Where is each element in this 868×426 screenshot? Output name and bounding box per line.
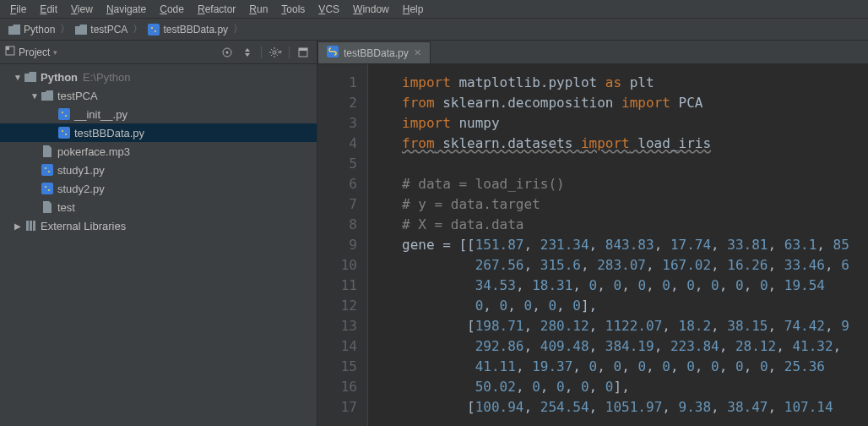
close-icon[interactable]: ✕ [414, 47, 421, 58]
code-line[interactable]: 34.53, 18.31, 0, 0, 0, 0, 0, 0, 0, 0, 19… [402, 276, 868, 296]
svg-rect-10 [58, 108, 70, 120]
menu-file[interactable]: File [3, 2, 33, 17]
project-tree[interactable]: ▼PythonE:\Python▼testPCA__init__.pytestB… [0, 64, 317, 426]
code-line[interactable]: from sklearn.datasets import load_iris [402, 134, 868, 154]
line-number: 13 [317, 316, 357, 336]
code-content[interactable]: import matplotlib.pyplot as pltfrom skle… [368, 64, 868, 426]
tree-item-python[interactable]: ▼PythonE:\Python [0, 68, 317, 86]
folder-icon [8, 25, 20, 35]
toolbar-separator [261, 46, 262, 58]
code-line[interactable]: from sklearn.decomposition import PCA [402, 93, 868, 113]
code-line[interactable]: 0, 0, 0, 0, 0], [402, 296, 868, 316]
breadcrumb-label: Python [24, 24, 55, 36]
code-line[interactable]: 267.56, 315.6, 283.07, 167.02, 16.26, 33… [402, 255, 868, 276]
breadcrumb-testbbdata-py[interactable]: testBBData.py [144, 22, 231, 37]
gear-icon[interactable]: ▾ [267, 44, 284, 61]
svg-rect-24 [33, 221, 35, 231]
tree-item-testbbdata-py[interactable]: testBBData.py [0, 123, 317, 142]
line-number: 2 [317, 93, 357, 113]
code-line[interactable]: [198.71, 280.12, 1122.07, 18.2, 38.15, 7… [402, 316, 868, 336]
menu-tools[interactable]: Tools [274, 2, 312, 17]
svg-point-15 [65, 134, 67, 135]
folder-icon [75, 25, 87, 35]
breadcrumb-python[interactable]: Python [5, 22, 58, 37]
editor-tab-label: testBBData.py [344, 47, 409, 59]
line-number: 7 [317, 194, 357, 215]
line-number: 9 [317, 235, 357, 255]
project-icon [5, 46, 15, 58]
tree-label: __init__.py [74, 108, 127, 121]
tree-path: E:\Python [83, 71, 130, 84]
tree-item-external-libraries[interactable]: ▶External Libraries [0, 216, 317, 235]
chevron-down-icon[interactable]: ▼ [29, 91, 41, 101]
code-line[interactable]: import matplotlib.pyplot as plt [402, 73, 868, 93]
tree-item-testpca[interactable]: ▼testPCA [0, 86, 317, 105]
folder-icon [41, 90, 54, 101]
collapse-icon[interactable] [295, 44, 312, 61]
pyfile-icon [57, 108, 71, 120]
code-editor[interactable]: 1234567891011121314151617 import matplot… [317, 64, 868, 426]
tree-item-pokerface-mp3[interactable]: pokerface.mp3 [0, 142, 317, 161]
line-number: 12 [317, 296, 357, 316]
main-area: Project ▾ ▾ [0, 41, 868, 426]
svg-point-2 [155, 30, 156, 32]
tree-item-study1-py[interactable]: study1.py [0, 161, 317, 179]
code-line[interactable]: gene = [[151.87, 231.34, 843.83, 17.74, … [402, 235, 868, 255]
code-line[interactable]: 41.11, 19.37, 0, 0, 0, 0, 0, 0, 0, 0, 25… [402, 357, 868, 377]
code-line[interactable] [402, 154, 868, 174]
dropdown-arrow-icon[interactable]: ▾ [53, 48, 57, 57]
toolbar-separator-2 [289, 46, 290, 58]
svg-rect-19 [41, 183, 53, 194]
svg-point-17 [45, 167, 46, 169]
menu-help[interactable]: Help [396, 2, 431, 17]
autoscroll-icon[interactable] [239, 44, 256, 61]
tree-label: External Libraries [41, 220, 126, 232]
svg-point-6 [226, 51, 229, 53]
code-line[interactable]: # data = load_iris() [402, 174, 868, 194]
breadcrumb-testpca[interactable]: testPCA [72, 22, 131, 37]
code-line[interactable]: import numpy [402, 113, 868, 134]
menu-window[interactable]: Window [346, 2, 396, 17]
target-icon[interactable] [219, 44, 236, 61]
tree-item-test[interactable]: test [0, 198, 317, 216]
project-header: Project ▾ ▾ [0, 41, 317, 64]
editor-tab-active[interactable]: testBBData.py ✕ [317, 41, 431, 63]
svg-point-12 [65, 115, 67, 117]
code-line[interactable]: # X = data.data [402, 215, 868, 235]
pyfile-icon [57, 127, 71, 139]
tree-item-__init__-py[interactable]: __init__.py [0, 105, 317, 123]
file-icon [41, 201, 54, 213]
svg-rect-9 [299, 48, 307, 51]
project-toolbar: ▾ [219, 44, 312, 61]
svg-rect-4 [6, 46, 9, 50]
line-gutter: 1234567891011121314151617 [317, 64, 368, 426]
code-line[interactable]: [100.94, 254.54, 1051.97, 9.38, 38.47, 1… [402, 397, 868, 418]
code-line[interactable]: 292.86, 409.48, 384.19, 223.84, 28.12, 4… [402, 336, 868, 357]
tree-label: Python [41, 71, 78, 84]
menu-edit[interactable]: Edit [33, 2, 64, 17]
tree-item-study2-py[interactable]: study2.py [0, 179, 317, 198]
line-number: 8 [317, 215, 357, 235]
project-title-label: Project [19, 46, 50, 58]
line-number: 11 [317, 276, 357, 296]
svg-point-7 [273, 51, 276, 54]
editor-area: testBBData.py ✕ 123456789101112131415161… [317, 41, 868, 426]
menu-vcs[interactable]: VCS [312, 2, 346, 17]
menu-view[interactable]: View [64, 2, 100, 17]
breadcrumb-label: testBBData.py [163, 24, 228, 36]
line-number: 17 [317, 397, 357, 418]
project-title-group[interactable]: Project ▾ [5, 46, 219, 58]
chevron-down-icon[interactable]: ▼ [12, 73, 24, 82]
code-line[interactable]: 50.02, 0, 0, 0, 0], [402, 377, 868, 397]
chevron-right-icon: 〉 [131, 22, 144, 36]
menu-navigate[interactable]: Navigate [100, 2, 153, 17]
line-number: 16 [317, 377, 357, 397]
code-line[interactable]: # y = data.target [402, 194, 868, 215]
chevron-right-icon[interactable]: ▶ [12, 221, 24, 231]
menu-refactor[interactable]: Refactor [191, 2, 242, 17]
menu-code[interactable]: Code [153, 2, 191, 17]
menu-run[interactable]: Run [242, 2, 274, 17]
tree-label: testPCA [57, 90, 98, 102]
svg-point-1 [151, 27, 153, 29]
line-number: 15 [317, 357, 357, 377]
